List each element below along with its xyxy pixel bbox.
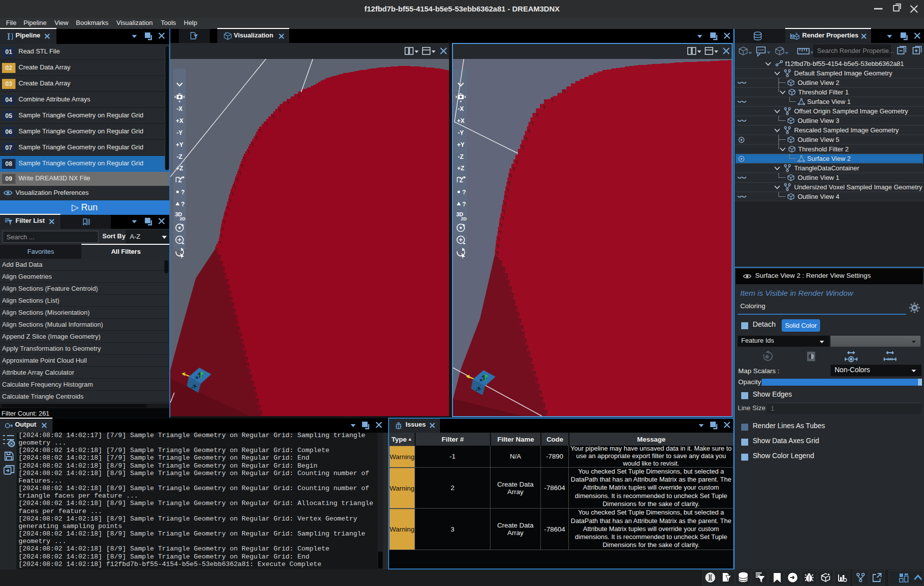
svg-text:Threshold Filter 1: Threshold Filter 1: [798, 88, 849, 96]
svg-text:TriangleDataContainer: TriangleDataContainer: [794, 164, 860, 172]
svg-text:Surface View 1: Surface View 1: [807, 98, 851, 105]
svg-text:Rescaled Sampled Image Geometr: Rescaled Sampled Image Geometry: [794, 126, 899, 134]
svg-text:f12fbd7b-bf55-4154-b5e5-53ebb6: f12fbd7b-bf55-4154-b5e5-53ebb6362a81: [785, 60, 904, 67]
svg-text:Outline View 2: Outline View 2: [798, 79, 840, 86]
svg-text:Surface View 2: Surface View 2: [807, 155, 851, 162]
svg-text:Outline View 5: Outline View 5: [798, 136, 840, 143]
svg-text:Undersized Voxel Sampled Image: Undersized Voxel Sampled Image Geometry: [794, 183, 923, 191]
svg-text:Offset Origin Sampled Image Ge: Offset Origin Sampled Image Geometry: [794, 107, 909, 115]
svg-text:Outline View 4: Outline View 4: [798, 193, 840, 200]
svg-text:Outline View 3: Outline View 3: [798, 117, 840, 124]
svg-text:Threshold Filter 2: Threshold Filter 2: [798, 145, 849, 153]
svg-text:Outline View 1: Outline View 1: [798, 174, 840, 181]
svg-text:Default Sampled Image Geometry: Default Sampled Image Geometry: [794, 69, 893, 77]
